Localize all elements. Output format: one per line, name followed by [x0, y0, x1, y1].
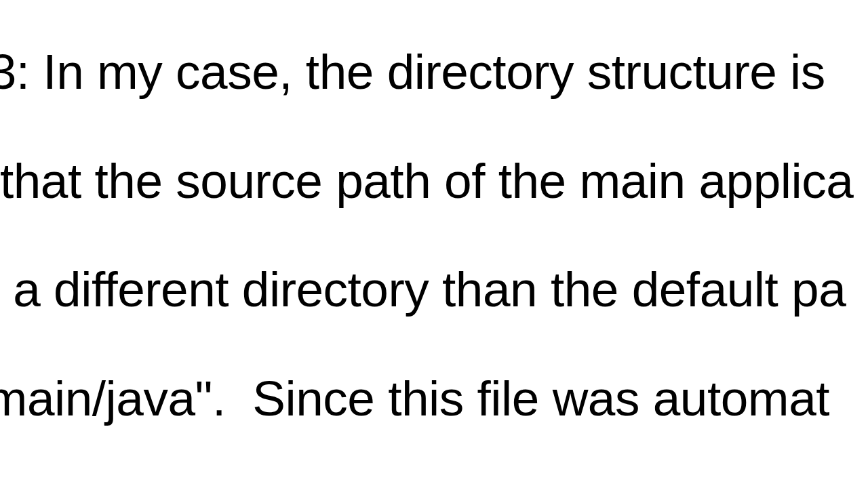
text-line: be that the source path of the main appl…	[0, 154, 853, 208]
document-text-block: er 3: In my case, the directory structur…	[0, 0, 853, 488]
text-line: rc/main/java". Since this file was autom…	[0, 371, 853, 426]
text-line: er 3: In my case, the directory structur…	[0, 45, 853, 99]
text-line: y Spring Boot, there seemed to be no wa	[0, 481, 853, 488]
text-line: to a different directory than the defaul…	[0, 262, 853, 317]
